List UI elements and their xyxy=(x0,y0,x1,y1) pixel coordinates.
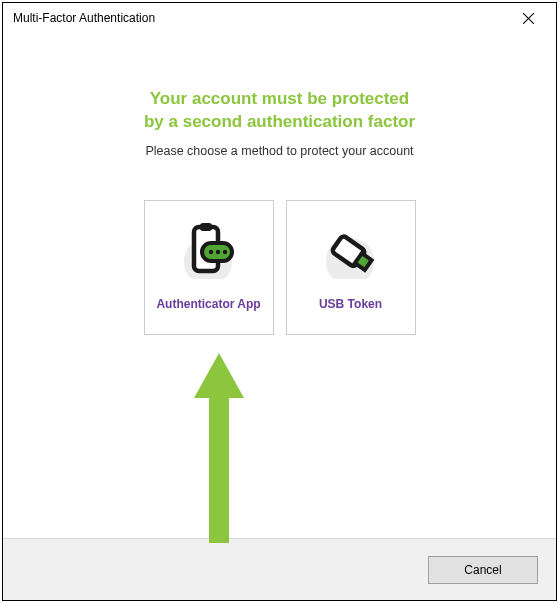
mfa-dialog: Multi-Factor Authentication Your account… xyxy=(2,2,557,601)
close-icon xyxy=(523,13,534,24)
heading-line-2: by a second authentication factor xyxy=(3,111,556,134)
heading-line-1: Your account must be protected xyxy=(3,88,556,111)
authenticator-app-icon xyxy=(174,219,244,287)
subtext: Please choose a method to protect your a… xyxy=(3,144,556,158)
cancel-label: Cancel xyxy=(464,563,501,577)
method-label: Authenticator App xyxy=(156,297,260,311)
usb-token-icon xyxy=(316,219,386,287)
dialog-title: Multi-Factor Authentication xyxy=(13,11,508,25)
content-area: Your account must be protected by a seco… xyxy=(3,33,556,538)
svg-point-7 xyxy=(222,250,226,254)
svg-rect-3 xyxy=(200,223,212,231)
method-authenticator-app[interactable]: Authenticator App xyxy=(144,200,274,335)
method-label: USB Token xyxy=(319,297,382,311)
svg-point-5 xyxy=(208,250,212,254)
close-button[interactable] xyxy=(508,4,548,32)
titlebar: Multi-Factor Authentication xyxy=(3,3,556,33)
footer: Cancel xyxy=(3,538,556,600)
heading: Your account must be protected by a seco… xyxy=(3,88,556,134)
arrow-annotation-icon xyxy=(189,353,249,553)
method-options: Authenticator App USB Token xyxy=(3,200,556,335)
method-usb-token[interactable]: USB Token xyxy=(286,200,416,335)
svg-point-6 xyxy=(215,250,219,254)
cancel-button[interactable]: Cancel xyxy=(428,556,538,584)
